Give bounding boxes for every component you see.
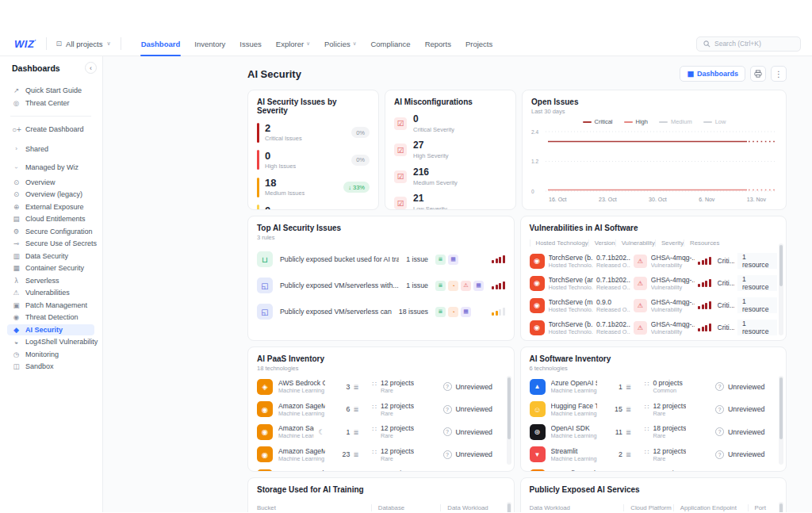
technology-row[interactable]: Amazon Sage... Machine Learning... ☾ 1 ≣…	[257, 424, 505, 440]
sidebar-dashboard-item[interactable]: Overview (legacy)	[7, 189, 94, 201]
search-input[interactable]: Search (Ctrl+K)	[696, 36, 801, 52]
frequency-label: Common	[653, 387, 682, 394]
severity-stat-row[interactable]: 2 Critical Issues 0%	[257, 123, 370, 143]
sidebar-dashboard-item[interactable]: Log4Shell Vulnerability	[7, 336, 94, 348]
nav-tab[interactable]: Inventory ∨	[187, 32, 232, 56]
sidebar-dashboard-item[interactable]: Threat Detection	[7, 312, 94, 323]
vulnerability-row[interactable]: TorchServe (m... Hosted Technolo... 0.9.…	[530, 297, 778, 313]
technology-row[interactable]: Hugging Face Tra... Machine Learning & .…	[530, 401, 778, 417]
nav-tab[interactable]: Issues ∨	[232, 32, 268, 56]
misconfiguration-stat-row[interactable]: 27 High Severity	[394, 140, 507, 159]
technology-row[interactable]: Amazon SageMa... Machine Learning & ... …	[257, 446, 505, 462]
sidebar-dashboard-item[interactable]: Vulnerabilities	[7, 287, 94, 299]
chart-legend: CriticalHighMediumLow	[531, 118, 777, 125]
vulnerability-row[interactable]: TorchServe (b... Hosted Technolo... 0.7.…	[530, 320, 778, 335]
sidebar-dashboard-item[interactable]: AI Security	[7, 324, 94, 336]
nav-tab[interactable]: Dashboard ∨	[134, 32, 188, 56]
legend-item-critical[interactable]: Critical	[583, 118, 613, 125]
nav-tab[interactable]: Explorer ∨	[269, 32, 317, 56]
nav-tab[interactable]: Projects ∨	[458, 32, 500, 56]
issue-count: 1 issue	[406, 255, 428, 263]
vertical-scrollbar[interactable]	[507, 502, 511, 512]
technology-sub: Hosted Technolo...	[549, 306, 593, 313]
more-options-button[interactable]: ⋮	[771, 66, 787, 82]
nav-tab[interactable]: Policies ∨	[317, 32, 364, 56]
nav-tab[interactable]: Compliance ∨	[363, 32, 417, 56]
misconfiguration-stat-row[interactable]: 216 Medium Severity	[394, 167, 507, 186]
issue-row[interactable]: Publicly exposed VM/serverless with... 1…	[257, 278, 505, 293]
sidebar-quick-link[interactable]: Threat Center	[7, 98, 94, 109]
severity-stat-row[interactable]: 0 High Issues 0%	[257, 150, 370, 170]
resource-count: 3	[346, 383, 350, 391]
technology-row[interactable]: Azure OpenAI SDK Machine Learning & ... …	[530, 379, 778, 395]
print-button[interactable]	[750, 66, 766, 82]
technology-row[interactable]: Amazon Translat... Machine Learning & ..…	[257, 469, 505, 473]
technology-row[interactable]: AWS Bedrock Cus... Machine Learning & ..…	[257, 379, 505, 395]
sidebar-dashboard-item[interactable]: Monitoring	[7, 349, 94, 361]
review-status: Unreviewed	[728, 428, 764, 436]
projects-count: 12 projects	[381, 379, 414, 387]
misconfiguration-stat-row[interactable]: 21 Low Severity	[394, 193, 507, 210]
projects-count: 12 projects	[381, 469, 414, 472]
projects-grid-icon: ∷	[645, 470, 649, 472]
stat-value: 21	[413, 193, 447, 204]
sidebar-dashboard-item[interactable]: Data Security	[7, 251, 94, 262]
vertical-scrollbar[interactable]	[779, 502, 783, 512]
technology-category: Machine Learning & ...	[278, 387, 325, 394]
sidebar-dashboard-item[interactable]: Serverless	[7, 275, 94, 287]
wiz-logo[interactable]: WIZ'	[14, 38, 36, 50]
dashboards-button[interactable]: ▦ Dashboards	[680, 66, 745, 82]
severity-stat-row[interactable]: 0 Low Issues 0%	[257, 205, 370, 210]
sidebar-item-label: Secure Use of Secrets	[25, 239, 97, 247]
vulnerability-shield-icon	[634, 299, 647, 312]
nav-tab[interactable]: Reports ∨	[418, 32, 458, 56]
severity-bars-icon	[698, 279, 711, 287]
legend-item-low[interactable]: Low	[703, 118, 726, 125]
collapse-sidebar-button[interactable]: ‹	[85, 62, 97, 74]
sidebar-dashboard-item[interactable]: Secure Configuration	[7, 226, 94, 238]
sidebar-dashboard-item[interactable]: Sandbox	[7, 361, 94, 373]
sidebar-dashboard-item[interactable]: External Exposure	[7, 201, 94, 213]
vulnerability-row[interactable]: TorchServe (ar... Hosted Technolo... 0.7…	[530, 275, 778, 291]
column-header: Application Endpoint	[673, 504, 748, 511]
misconfiguration-stat-row[interactable]: 0 Critical Severity	[394, 114, 507, 133]
frequency-label: Rare	[381, 387, 414, 394]
issue-row[interactable]: Publicly exposed bucket used for AI trai…	[257, 251, 505, 267]
sidebar-item-icon	[12, 99, 21, 107]
vertical-scrollbar[interactable]	[507, 376, 511, 465]
severity-bars-icon	[492, 281, 505, 289]
sidebar-dashboard-item[interactable]: Patch Management	[7, 300, 94, 312]
sidebar-dashboard-item[interactable]: Secure Use of Secrets	[7, 238, 94, 250]
issue-row[interactable]: Publicly exposed VM/serverless can acces…	[257, 304, 505, 320]
issue-title: Publicly exposed bucket used for AI trai…	[280, 255, 399, 263]
version-sub: Released O...	[596, 328, 630, 335]
nav-tab-label: Compliance	[370, 40, 410, 48]
technology-row[interactable]: Amazon SageMa... Machine Learning & ... …	[257, 401, 505, 417]
technology-row[interactable]: Streamlit Machine Learning & ... 2 ≣ ∷ 1…	[530, 446, 778, 462]
create-dashboard-button[interactable]: + Create Dashboard	[7, 124, 94, 136]
sidebar-item-label: Vulnerabilities	[25, 289, 70, 297]
severity-stat-row[interactable]: 18 Medium Issues ↓ 33%	[257, 178, 370, 197]
legend-item-high[interactable]: High	[624, 118, 648, 125]
severity-bars-icon	[698, 257, 711, 265]
sidebar-dashboard-item[interactable]: Cloud Entitlements	[7, 213, 94, 225]
sidebar-dashboard-item[interactable]: Container Security	[7, 262, 94, 274]
managed-by-wiz-group-toggle[interactable]: › Managed by Wiz	[7, 162, 94, 174]
technology-row[interactable]: OpenAI SDK Machine Learning & ... 11 ≣ ∷	[530, 424, 778, 440]
sidebar-item-icon	[12, 239, 21, 247]
dashboard-main: AI Security ▦ Dashboards ⋮	[103, 56, 812, 512]
vertical-scrollbar[interactable]	[779, 243, 783, 335]
sidebar-dashboard-item[interactable]: Overview	[7, 177, 94, 189]
torchserve-icon	[530, 276, 545, 291]
technology-name: Amazon SageMa...	[278, 447, 325, 455]
legend-item-medium[interactable]: Medium	[659, 118, 692, 125]
sidebar-item-icon	[12, 277, 21, 285]
vertical-scrollbar[interactable]	[779, 376, 783, 465]
sidebar-quick-link[interactable]: Quick Start Guide	[7, 85, 94, 97]
project-selector[interactable]: ⊡ All projects ∨	[56, 40, 111, 48]
vulnerability-row[interactable]: TorchServe (b... Hosted Technolo... 0.7.…	[530, 253, 778, 269]
technology-row[interactable]: Tensorflow Hub Machine Learning & ... 1 …	[530, 469, 778, 473]
sidebar-item-label: Container Security	[25, 264, 84, 272]
shared-group-toggle[interactable]: › Shared	[7, 144, 94, 155]
frequency-label: Rare	[653, 455, 686, 462]
